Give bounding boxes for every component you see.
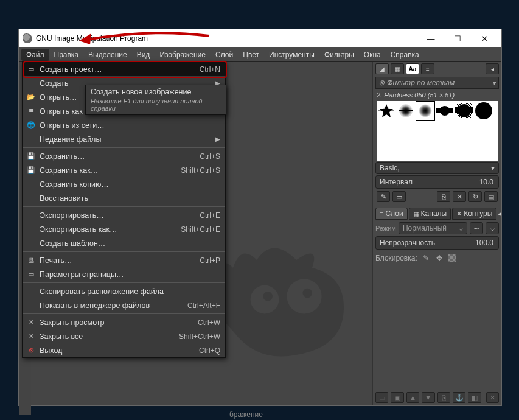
menu-save-copy[interactable]: Сохранить копию… — [23, 177, 225, 191]
menu-save[interactable]: 💾Сохранить…Ctrl+S — [23, 149, 225, 163]
menu-print[interactable]: 🖶Печать…Ctrl+P — [23, 253, 225, 267]
menu-copy-location[interactable]: Скопировать расположение файла — [23, 284, 225, 298]
lock-label: Блокировка: — [375, 254, 417, 262]
tab-channels[interactable]: ▦Каналы — [409, 208, 451, 220]
filter-tags-input[interactable]: ⊗ Фильтр по меткам ▾ — [375, 77, 499, 89]
brush-preset-select[interactable]: Basic, ▾ — [375, 162, 499, 174]
fonts-tab-icon[interactable]: Aa — [406, 63, 419, 74]
menu-layer[interactable]: Слой — [211, 49, 238, 61]
new-layer-button[interactable]: ▭ — [375, 392, 388, 403]
open-layers-icon: ≣ — [25, 107, 37, 116]
interval-label: Интервал — [380, 178, 413, 186]
menu-save-as[interactable]: 💾Сохранить как…Shift+Ctrl+S — [23, 163, 225, 177]
duplicate-brush-button[interactable]: ⎘ — [437, 191, 450, 202]
delete-layer-button[interactable]: ✕ — [486, 392, 499, 403]
menu-view[interactable]: Вид — [132, 49, 155, 61]
mode-reset-button[interactable]: ⌵ — [486, 222, 499, 234]
submenu-arrow-icon: ▶ — [215, 136, 220, 142]
svg-marker-8 — [380, 104, 393, 117]
brush-preset-label: Basic, — [380, 164, 400, 172]
svg-point-2 — [263, 292, 273, 301]
edit-brush-button[interactable]: ✎ — [377, 191, 390, 202]
opacity-slider[interactable]: Непрозрачность 100.0 — [375, 236, 499, 250]
layer-group-button[interactable]: ▣ — [391, 392, 403, 403]
menu-image[interactable]: Изображение — [155, 49, 211, 61]
tab-layers[interactable]: ≡Слои — [375, 208, 408, 220]
svg-point-3 — [302, 289, 312, 298]
opacity-label: Непрозрачность — [380, 239, 435, 247]
close-button[interactable]: ✕ — [471, 29, 498, 47]
patterns-tab-icon[interactable]: ▦ — [391, 63, 404, 74]
dropdown-icon: ▾ — [491, 164, 495, 172]
clear-tags-icon[interactable]: ⊗ — [378, 79, 385, 87]
lock-row: Блокировка: ✎ ✥ — [375, 252, 499, 264]
menu-tools[interactable]: Инструменты — [264, 49, 319, 61]
window-title: GNU Image Manipulation Program — [36, 34, 417, 43]
globe-icon: 🌐 — [25, 121, 37, 130]
menu-close-all[interactable]: ✕Закрыть всеShift+Ctrl+W — [23, 329, 225, 343]
mask-layer-button[interactable]: ◧ — [468, 392, 481, 403]
menu-windows[interactable]: Окна — [359, 49, 386, 61]
tabs-menu-icon[interactable]: ◂ — [498, 208, 501, 219]
menu-recent[interactable]: Недавние файлы▶ — [23, 132, 225, 146]
menu-edit[interactable]: Правка — [49, 49, 84, 61]
interval-value: 10.0 — [479, 178, 493, 186]
tags-dropdown-icon[interactable]: ▾ — [492, 79, 496, 87]
delete-brush-button[interactable]: ✕ — [453, 191, 466, 202]
page-icon: ▭ — [25, 270, 37, 279]
menu-color[interactable]: Цвет — [238, 49, 264, 61]
new-icon: ▭ — [25, 65, 37, 74]
tab-paths[interactable]: ✕Контуры — [452, 208, 496, 220]
menu-quit[interactable]: ⊗ВыходCtrl+Q — [23, 343, 225, 357]
history-tab-icon[interactable]: ≡ — [421, 63, 434, 74]
tooltip-title: Создать новое изображение — [91, 88, 221, 96]
close-all-icon: ✕ — [25, 332, 37, 341]
lock-position-icon[interactable]: ✥ — [434, 253, 444, 263]
menu-revert[interactable]: Восстановить — [23, 191, 225, 205]
menubar: Файл Правка Выделение Вид Изображение Сл… — [19, 47, 501, 62]
brushes-tab-icon[interactable]: ◢ — [375, 63, 389, 74]
right-panel: ◢ ▦ Aa ≡ ◂ ⊗ Фильтр по меткам ▾ 2. Hardn… — [372, 62, 501, 405]
menu-close-view[interactable]: ✕Закрыть просмотрCtrl+W — [23, 315, 225, 329]
save-as-icon: 💾 — [25, 166, 37, 175]
quit-icon: ⊗ — [25, 346, 37, 355]
tooltip: Создать новое изображение Нажмите F1 для… — [85, 85, 226, 115]
menu-create-template[interactable]: Создать шаблон… — [23, 236, 225, 250]
menu-export-as[interactable]: Экспортировать как…Shift+Ctrl+E — [23, 222, 225, 236]
save-icon: 💾 — [25, 152, 37, 161]
brush-name: 2. Hardness 050 (51 × 51) — [373, 90, 501, 100]
close-icon: ✕ — [25, 318, 37, 327]
refresh-brush-button[interactable]: ↻ — [468, 191, 482, 202]
opacity-value: 100.0 — [475, 239, 493, 247]
lock-pixels-icon[interactable]: ✎ — [421, 253, 431, 263]
menu-open-location[interactable]: 🌐Открыть из сети… — [23, 118, 225, 132]
menu-filters[interactable]: Фильтры — [319, 49, 359, 61]
menu-file[interactable]: Файл — [21, 49, 49, 61]
raise-layer-button[interactable]: ▲ — [406, 392, 419, 403]
menu-page-setup[interactable]: ▭Параметры страницы… — [23, 267, 225, 281]
brush-grid[interactable] — [377, 101, 498, 161]
lower-layer-button[interactable]: ▼ — [422, 392, 434, 403]
merge-layer-button[interactable]: ⚓ — [453, 392, 465, 403]
titlebar: GNU Image Manipulation Program — ☐ ✕ — [19, 29, 501, 47]
maximize-button[interactable]: ☐ — [444, 29, 471, 47]
menu-export[interactable]: Экспортировать…Ctrl+E — [23, 208, 225, 222]
interval-slider[interactable]: Интервал 10.0 — [375, 175, 499, 189]
menu-new[interactable]: ▭Создать проект…Ctrl+N — [23, 62, 225, 76]
tooltip-help: Нажмите F1 для получения полной справки — [91, 97, 221, 112]
panel-menu-icon[interactable]: ◂ — [486, 63, 499, 74]
app-logo-icon — [23, 33, 32, 43]
lock-alpha-icon[interactable] — [448, 254, 456, 262]
filter-tags-placeholder: Фильтр по меткам — [387, 79, 455, 87]
mode-label: Режим — [375, 225, 396, 232]
open-as-image-button[interactable]: ▤ — [484, 191, 498, 202]
minimize-button[interactable]: — — [417, 29, 444, 47]
menu-select[interactable]: Выделение — [83, 49, 132, 61]
menu-help[interactable]: Справка — [386, 49, 424, 61]
print-icon: 🖶 — [25, 256, 37, 265]
duplicate-layer-button[interactable]: ⎘ — [437, 392, 450, 403]
menu-show-fm[interactable]: Показать в менеджере файловCtrl+Alt+F — [23, 298, 225, 312]
mode-switch-button[interactable]: ∽ — [470, 222, 483, 234]
blend-mode-select[interactable]: Нормальный⌵ — [399, 222, 467, 234]
new-brush-button[interactable]: ▭ — [392, 191, 406, 202]
